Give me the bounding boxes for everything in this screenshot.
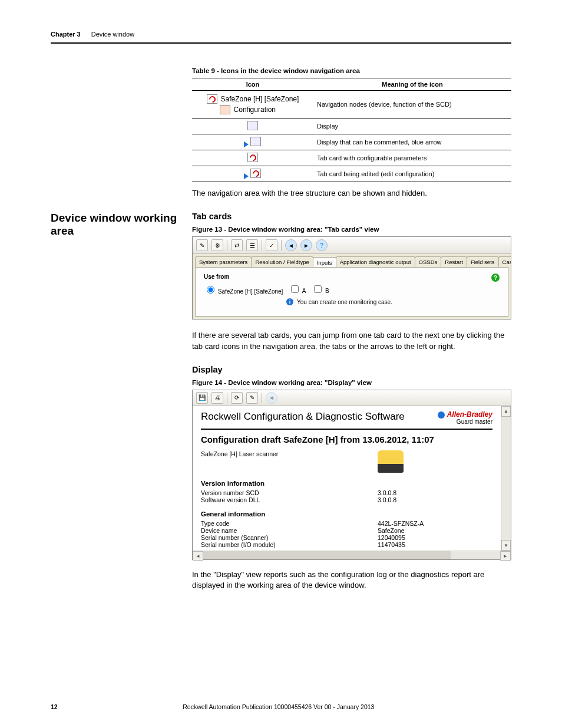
table9: Icon Meaning of the icon SafeZone [H] [S…	[192, 78, 511, 182]
nav-next-button[interactable]: ►	[300, 239, 312, 251]
ab-logo-icon	[438, 411, 445, 419]
tree-sub-label: Configuration	[234, 106, 276, 114]
doc-subtitle: Configuration draft SafeZone [H] from 13…	[201, 434, 492, 444]
table9-meaning: Display that can be commented, blue arro…	[313, 134, 511, 150]
page-number: 12	[51, 703, 58, 710]
fig13-tab-body: Use from SafeZone [H] [SafeZone] A B i Y…	[195, 267, 508, 317]
page-footer: 12 Rockwell Automation Publication 10000…	[51, 703, 511, 710]
table9-caption: Table 9 - Icons in the device window nav…	[192, 67, 511, 74]
help-icon[interactable]: ?	[491, 274, 500, 282]
tab-resolution-fieldtype[interactable]: Resolution / Fieldtype	[251, 256, 313, 267]
figure13-caption: Figure 13 - Device window working area: …	[192, 226, 511, 233]
vertical-scrollbar[interactable]: ▲ ▼	[501, 406, 511, 551]
tabcards-heading: Tab cards	[192, 212, 511, 221]
side-heading: Device window working area	[51, 212, 192, 238]
kv-row: Serial number (I/O module)11470435	[201, 541, 492, 548]
table9-meaning: Display	[313, 118, 511, 134]
tab-app-diag-output[interactable]: Application diagnostic output	[336, 256, 415, 267]
table9-head-meaning: Meaning of the icon	[313, 78, 511, 91]
tabcard-icon	[247, 153, 258, 162]
table9-meaning: Navigation nodes (device, function of th…	[313, 91, 511, 118]
figure14-caption: Figure 14 - Device window working area: …	[192, 379, 511, 386]
kv-row: Software version DLL3.0.0.8	[201, 496, 492, 503]
table-row: Display	[192, 118, 511, 134]
tab-restart[interactable]: Restart	[441, 256, 467, 267]
help-button[interactable]: ?	[316, 239, 328, 251]
nav-tree-icon: SafeZone [H] [SafeZone] Configuration	[207, 93, 299, 116]
table9-meaning: Tab card with configurable parameters	[313, 150, 511, 166]
blue-arrow-icon	[244, 141, 249, 147]
display-icon	[250, 137, 261, 146]
chapter-label: Chapter 3	[51, 31, 81, 38]
config-icon	[220, 105, 230, 114]
wrench-icon	[207, 94, 217, 104]
tab-field-sets[interactable]: Field sets	[467, 256, 499, 267]
save-button[interactable]: 💾	[196, 392, 208, 404]
kv-row: Device nameSafeZone	[201, 527, 492, 534]
toolbar-button[interactable]: ☰	[246, 239, 258, 251]
scroll-down-button[interactable]: ▼	[501, 540, 511, 551]
display-heading: Display	[192, 365, 511, 374]
info-icon: i	[286, 298, 293, 305]
horizontal-scrollbar[interactable]: ◄ ►	[193, 551, 511, 559]
tabcard-edit-icon	[250, 169, 261, 178]
chapter-title: Device window	[91, 31, 134, 38]
toolbar-button[interactable]: ✓	[266, 239, 277, 251]
print-button[interactable]: 🖨	[211, 392, 223, 404]
scroll-right-button[interactable]: ►	[500, 551, 511, 561]
scanner-icon	[378, 450, 404, 473]
scroll-up-button[interactable]: ▲	[501, 406, 511, 417]
table9-head-icon: Icon	[192, 78, 313, 91]
toolbar-button[interactable]: ⇄	[231, 239, 243, 251]
tab-system-parameters[interactable]: System parameters	[195, 256, 252, 267]
fig13-toolbar: ✎ ⚙ ⇄ ☰ ✓ ◄ ► ?	[193, 237, 511, 254]
section-version: Version information	[201, 480, 492, 487]
nav-prev-button[interactable]: ◄	[285, 239, 297, 251]
publication-line: Rockwell Automation Publication 10000455…	[58, 703, 500, 710]
table-row: Tab card with configurable parameters	[192, 150, 511, 166]
display-paragraph: In the "Display" view reports such as th…	[192, 569, 511, 591]
edit-button[interactable]: ✎	[246, 392, 258, 404]
table9-meaning: Tab card being edited (edit configuratio…	[313, 166, 511, 182]
tab-cases[interactable]: Cases	[498, 256, 511, 267]
nav-button[interactable]: ◄	[266, 392, 277, 404]
table-row: Tab card being edited (edit configuratio…	[192, 166, 511, 182]
toolbar-button[interactable]: ✎	[196, 239, 208, 251]
brand-block: Allen-Bradley Guard master	[438, 411, 492, 425]
nav-paragraph: The navigation area with the tree struct…	[192, 188, 511, 199]
tab-inputs[interactable]: Inputs	[313, 257, 336, 267]
toolbar-button[interactable]: ⚙	[211, 239, 223, 251]
figure14-panel: 💾 🖨 ⟳ ✎ ◄ Rockwell Configuration & Diagn…	[192, 390, 511, 560]
scroll-left-button[interactable]: ◄	[193, 551, 203, 561]
refresh-button[interactable]: ⟳	[231, 392, 243, 404]
table-row: SafeZone [H] [SafeZone] Configuration Na…	[192, 91, 511, 118]
group-title: Use from	[204, 274, 491, 280]
fig14-toolbar: 💾 🖨 ⟳ ✎ ◄	[193, 390, 511, 406]
kv-row: Type code442L-SFZNSZ-A	[201, 520, 492, 527]
running-header: Chapter 3 Device window	[51, 31, 511, 44]
scanner-label: SafeZone [H] Laser scanner	[201, 450, 378, 457]
kv-row: Version number SCD3.0.0.8	[201, 489, 492, 496]
blue-arrow-icon	[244, 173, 249, 179]
checkbox-b[interactable]: B	[312, 284, 329, 295]
tree-top-label: SafeZone [H] [SafeZone]	[221, 95, 299, 103]
checkbox-a[interactable]: A	[289, 284, 306, 295]
section-general: General information	[201, 510, 492, 518]
figure13-panel: ✎ ⚙ ⇄ ☰ ✓ ◄ ► ? System parameters Resolu…	[192, 236, 511, 319]
table-row: Display that can be commented, blue arro…	[192, 134, 511, 150]
kv-row: Serial number (Scanner)12040095	[201, 534, 492, 541]
display-icon	[247, 121, 258, 130]
radio-safezone[interactable]: SafeZone [H] [SafeZone]	[204, 284, 283, 295]
tab-ossds[interactable]: OSSDs	[415, 256, 442, 267]
doc-title: Rockwell Configuration & Diagnostic Soft…	[201, 411, 405, 423]
info-message: i You can create one monitoring case.	[286, 298, 491, 305]
fig13-tabstrip: System parameters Resolution / Fieldtype…	[193, 254, 511, 267]
tabcards-paragraph: If there are several tab cards, you can …	[192, 330, 511, 351]
